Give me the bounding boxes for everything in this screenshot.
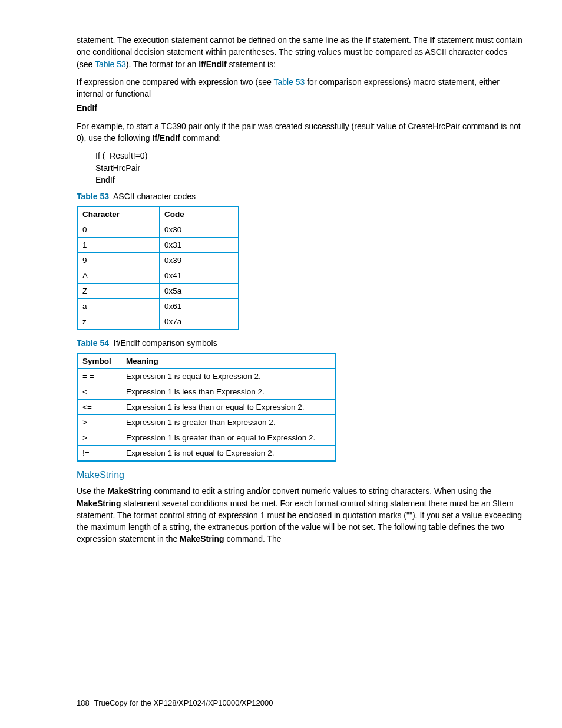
table-cell: Expression 1 is greater than Expression … <box>121 415 336 430</box>
table-cell: > <box>77 415 121 430</box>
table-header-row: Character Code <box>77 206 239 222</box>
paragraph-2: If expression one compared with expressi… <box>77 76 524 114</box>
text: command. The <box>224 534 282 543</box>
table-cell: Expression 1 is less than Expression 2. <box>121 384 336 400</box>
table-title: ASCII character codes <box>113 192 196 201</box>
table-row: 90x39 <box>77 253 239 268</box>
bold: MakeString <box>77 499 121 508</box>
col-meaning: Meaning <box>121 353 336 369</box>
table-cell: Expression 1 is not equal to Expression … <box>121 446 336 462</box>
text: statement. The execution statement canno… <box>77 35 365 45</box>
table-cell: < <box>77 384 121 400</box>
table-53-link[interactable]: Table 53 <box>95 60 126 69</box>
code-example: If (_Result!=0) StartHrcPair EndIf <box>95 150 524 186</box>
table-cell: = = <box>77 369 121 384</box>
col-symbol: Symbol <box>77 353 121 369</box>
table-cell: 0x61 <box>160 299 239 314</box>
bold: If <box>77 77 82 87</box>
table-cell: 0 <box>77 222 160 238</box>
text: command: <box>180 133 221 143</box>
table-row: 00x30 <box>77 222 239 238</box>
makestring-heading: MakeString <box>77 470 524 480</box>
table-cell: Expression 1 is equal to Expression 2. <box>121 369 336 384</box>
table-row: Z0x5a <box>77 284 239 299</box>
bold: If/EndIf <box>152 133 180 143</box>
table-row: <=Expression 1 is less than or equal to … <box>77 400 336 415</box>
table-cell: 0x7a <box>160 314 239 330</box>
footer-text: TrueCopy for the XP128/XP1024/XP10000/XP… <box>94 699 273 707</box>
code-line: EndIf <box>95 174 524 186</box>
text: statement is: <box>227 60 276 69</box>
table-cell: Expression 1 is greater than or equal to… <box>121 430 336 446</box>
table-title: If/EndIf comparison symbols <box>114 338 217 348</box>
page-footer: 188TrueCopy for the XP128/XP1024/XP10000… <box>77 699 524 707</box>
table-cell: 0x39 <box>160 253 239 268</box>
table-cell: 1 <box>77 238 160 253</box>
page-content: statement. The execution statement canno… <box>0 0 562 728</box>
table-54: Symbol Meaning = =Expression 1 is equal … <box>77 353 336 462</box>
bold: MakeString <box>107 486 151 496</box>
table-row: >Expression 1 is greater than Expression… <box>77 415 336 430</box>
table-54-caption: Table 54 If/EndIf comparison symbols <box>77 338 524 348</box>
text: ). The format for an <box>126 60 199 69</box>
table-cell: A <box>77 268 160 284</box>
table-cell: Z <box>77 284 160 299</box>
table-54-body: = =Expression 1 is equal to Expression 2… <box>77 369 336 462</box>
table-cell: z <box>77 314 160 330</box>
table-row: z0x7a <box>77 314 239 330</box>
table-53-caption: Table 53 ASCII character codes <box>77 192 524 201</box>
table-cell: Expression 1 is less than or equal to Ex… <box>121 400 336 415</box>
paragraph-3: For example, to start a TC390 pair only … <box>77 120 524 144</box>
table-cell: 0x5a <box>160 284 239 299</box>
table-cell: != <box>77 446 121 462</box>
paragraph-1: statement. The execution statement canno… <box>77 34 524 70</box>
bold: MakeString <box>180 534 224 543</box>
table-header-row: Symbol Meaning <box>77 353 336 369</box>
bold: If/EndIf <box>199 60 226 69</box>
table-cell: <= <box>77 400 121 415</box>
bold: If <box>365 35 371 45</box>
table-53: Character Code 00x3010x3190x39A0x41Z0x5a… <box>77 206 239 330</box>
text: expression one compared with expression … <box>82 77 274 87</box>
text: command to edit a string and/or convert … <box>152 486 492 496</box>
table-53-link[interactable]: Table 53 <box>273 77 305 87</box>
table-row: 10x31 <box>77 238 239 253</box>
code-line: StartHrcPair <box>95 162 524 174</box>
text: statement several conditions must be met… <box>77 499 522 544</box>
bold: EndIf <box>77 103 97 113</box>
table-row: <Expression 1 is less than Expression 2. <box>77 384 336 400</box>
makestring-paragraph: Use the MakeString command to edit a str… <box>77 485 524 545</box>
table-cell: a <box>77 299 160 314</box>
table-row: !=Expression 1 is not equal to Expressio… <box>77 446 336 462</box>
bold: If <box>430 35 435 45</box>
page-number: 188 <box>77 699 90 707</box>
table-row: A0x41 <box>77 268 239 284</box>
table-53-body: 00x3010x3190x39A0x41Z0x5aa0x61z0x7a <box>77 222 239 330</box>
table-row: a0x61 <box>77 299 239 314</box>
table-cell: 9 <box>77 253 160 268</box>
col-character: Character <box>77 206 160 222</box>
table-cell: 0x30 <box>160 222 239 238</box>
table-row: >=Expression 1 is greater than or equal … <box>77 430 336 446</box>
code-line: If (_Result!=0) <box>95 150 524 162</box>
text: statement. The <box>371 35 430 45</box>
table-label: Table 54 <box>77 338 109 348</box>
table-cell: 0x41 <box>160 268 239 284</box>
table-cell: 0x31 <box>160 238 239 253</box>
table-cell: >= <box>77 430 121 446</box>
col-code: Code <box>160 206 239 222</box>
text: Use the <box>77 486 107 496</box>
table-label: Table 53 <box>77 192 109 201</box>
table-row: = =Expression 1 is equal to Expression 2… <box>77 369 336 384</box>
text: For example, to start a TC390 pair only … <box>77 121 521 143</box>
